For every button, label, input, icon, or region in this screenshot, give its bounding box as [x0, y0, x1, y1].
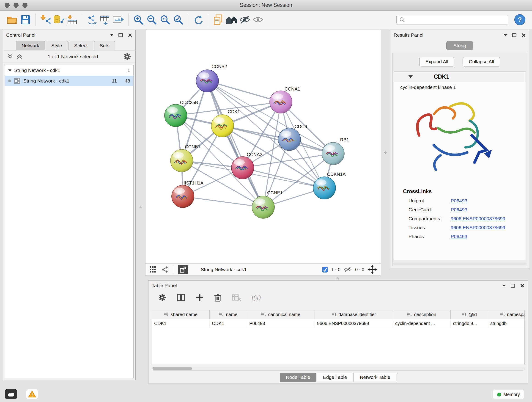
help-button[interactable]: ? [513, 13, 526, 27]
import-network-from-file-button[interactable] [39, 13, 52, 27]
zoom-selected-button[interactable] [172, 13, 185, 27]
collapse-all-icon[interactable] [7, 53, 13, 60]
float-panel-icon[interactable] [511, 284, 515, 288]
crosslink-link[interactable]: P06493 [451, 198, 467, 204]
import-network-from-database-button[interactable] [52, 13, 65, 27]
warnings-button[interactable] [26, 389, 38, 399]
tab-string[interactable]: String [446, 41, 473, 50]
selected-nodes-checkbox-icon[interactable] [322, 267, 328, 273]
panel-menu-caret-icon[interactable] [504, 34, 507, 36]
table-cell[interactable]: cyclin-dependent ... [393, 319, 451, 328]
crosslink-link[interactable]: 9606.ENSP00000378699 [451, 216, 505, 221]
add-column-plus-icon[interactable] [196, 294, 203, 301]
column-header-namespace[interactable]: namespace [488, 310, 525, 319]
float-panel-icon[interactable] [119, 33, 123, 37]
table-settings-gear-icon[interactable] [158, 293, 166, 302]
export-image-button[interactable] [112, 13, 125, 27]
network-collection-row[interactable]: String Network - cdk1 1 [5, 65, 133, 76]
home-button[interactable] [225, 13, 238, 27]
table-cell[interactable]: stringdb:9... [451, 319, 488, 328]
column-header-shared-name[interactable]: shared name [152, 310, 210, 319]
table-cell[interactable]: CDK1 [210, 319, 247, 328]
control-tab-sets[interactable]: Sets [94, 41, 115, 50]
tree-expand-caret-icon[interactable] [8, 70, 12, 71]
cloud-status-button[interactable] [5, 389, 17, 399]
right-splitter-handle[interactable] [385, 152, 386, 153]
column-header--id[interactable]: @id [451, 310, 488, 319]
network-overview-icon[interactable] [161, 266, 168, 273]
tab-edge-table[interactable]: Edge Table [317, 373, 353, 382]
gear-icon[interactable] [123, 52, 131, 61]
column-label: @id [469, 312, 477, 317]
table-cell[interactable]: CDK1 [152, 319, 210, 328]
pan-crosshair-icon[interactable] [367, 265, 377, 274]
network-node-HIST1H1A[interactable] [172, 185, 194, 208]
memory-button[interactable]: Memory [493, 390, 524, 399]
table-cell[interactable]: P06493 [247, 319, 315, 328]
table-cell[interactable]: 9606.ENSP00000378699 [315, 319, 393, 328]
delete-column-trash-icon[interactable] [214, 293, 221, 302]
section-collapse-caret-icon[interactable] [409, 75, 413, 78]
results-scrollbar[interactable] [393, 263, 526, 265]
tab-network-table[interactable]: Network Table [354, 373, 396, 382]
crosslink-link[interactable]: P06493 [451, 207, 467, 212]
network-node-CCNB1[interactable] [171, 149, 193, 172]
show-all-button[interactable] [251, 13, 265, 27]
network-node-CCNB2[interactable] [196, 70, 219, 92]
crosslink-link[interactable]: 9606.ENSP00000378699 [451, 225, 505, 230]
panel-menu-caret-icon[interactable] [110, 34, 114, 36]
network-node-CCNE1[interactable] [252, 196, 274, 218]
left-splitter-handle[interactable] [139, 206, 142, 208]
close-panel-icon[interactable] [520, 283, 525, 288]
import-table-from-file-button[interactable] [65, 13, 79, 27]
clone-network-button[interactable] [85, 13, 99, 27]
hidden-eye-slash-icon[interactable] [344, 266, 352, 273]
network-node-CDKN1A[interactable] [313, 177, 336, 199]
network-node-CDK1[interactable] [211, 115, 234, 137]
table-horizontal-scrollbar[interactable] [152, 367, 525, 370]
crosslink-link[interactable]: P06493 [451, 234, 467, 239]
function-builder-button[interactable]: f(x) [252, 294, 261, 301]
bottom-splitter-handle[interactable] [336, 277, 339, 279]
control-tab-style[interactable]: Style [46, 41, 68, 50]
grid-view-icon[interactable] [149, 266, 157, 273]
search-field[interactable] [396, 15, 508, 25]
hide-selected-button[interactable] [238, 13, 251, 27]
zoom-fit-button[interactable] [158, 13, 172, 27]
column-header-database-identifier[interactable]: database identifier [315, 310, 393, 319]
network-canvas[interactable]: CCNB2CCNA1CDC25BCDK1CDC6RB1CCNB1CCNA2CDK… [146, 30, 381, 263]
zoom-out-button[interactable] [145, 13, 158, 27]
network-node-CDC6[interactable] [278, 128, 301, 151]
protein-section-header[interactable]: CDK1 [394, 72, 526, 82]
export-network-button[interactable] [178, 265, 188, 274]
save-session-button[interactable] [19, 13, 32, 27]
network-node-CDC25B[interactable] [165, 104, 187, 127]
panel-menu-caret-icon[interactable] [502, 285, 506, 287]
show-columns-icon[interactable] [177, 294, 185, 301]
clipboard-document-button[interactable] [211, 13, 225, 27]
table-row[interactable]: CDK1CDK1P064939606.ENSP00000378699cyclin… [152, 319, 525, 328]
float-panel-icon[interactable] [512, 33, 516, 37]
new-table-button[interactable] [99, 13, 112, 27]
column-header-canonical-name[interactable]: canonical name [247, 310, 315, 319]
zoom-in-button[interactable] [132, 13, 145, 27]
open-session-button[interactable] [6, 13, 19, 27]
expand-all-icon[interactable] [17, 53, 23, 60]
close-panel-icon[interactable] [521, 33, 526, 37]
refresh-view-button[interactable] [191, 13, 205, 27]
network-node-CCNA1[interactable] [270, 91, 292, 113]
network-node-CCNA2[interactable] [231, 157, 254, 179]
tab-node-table[interactable]: Node Table [280, 373, 317, 382]
search-input[interactable] [407, 17, 505, 22]
expand-all-button[interactable]: Expand All [419, 57, 454, 66]
column-header-description[interactable]: description [393, 310, 451, 319]
collapse-all-button[interactable]: Collapse All [462, 57, 500, 66]
network-node-RB1[interactable] [322, 142, 344, 165]
table-cell[interactable]: stringdb [488, 319, 525, 328]
control-tab-network[interactable]: Network [16, 41, 45, 50]
column-header-name[interactable]: name [210, 310, 247, 319]
network-row-selected[interactable]: String Network - cdk1 11 48 [5, 76, 133, 86]
scrollbar-thumb[interactable] [152, 367, 192, 370]
control-tab-select[interactable]: Select [69, 41, 93, 50]
close-panel-icon[interactable] [128, 33, 132, 37]
